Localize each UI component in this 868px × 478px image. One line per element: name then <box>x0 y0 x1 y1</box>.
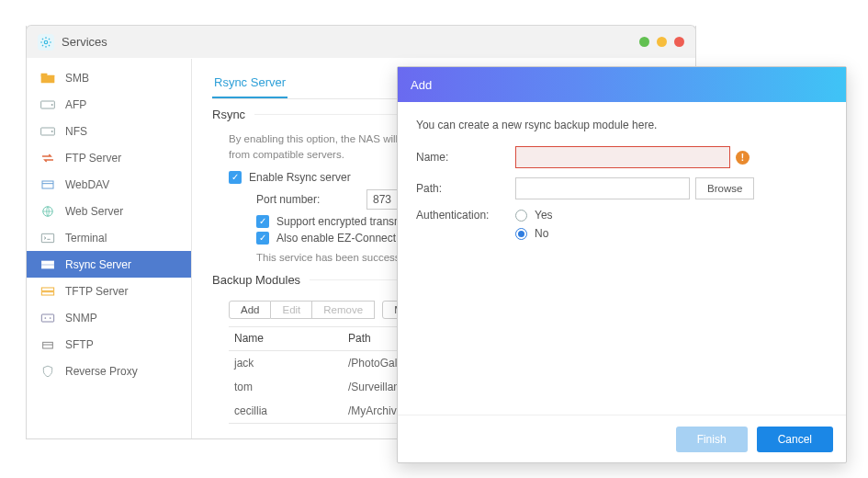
sidebar-item-nfs[interactable]: NFS <box>27 118 191 144</box>
sidebar-item-snmp[interactable]: SNMP <box>27 304 191 331</box>
window-close[interactable] <box>674 37 684 47</box>
cell-name: jack <box>229 357 348 370</box>
shield-icon <box>39 365 56 378</box>
window-controls <box>639 37 684 47</box>
svg-rect-2 <box>41 73 48 75</box>
sidebar-item-label: AFP <box>65 98 86 111</box>
sidebar-item-label: FTP Server <box>65 152 121 165</box>
sidebar-item-label: TFTP Server <box>65 285 128 298</box>
path-input[interactable] <box>515 177 690 199</box>
svg-rect-7 <box>42 181 53 188</box>
sidebar-item-label: Rsync Server <box>65 258 131 271</box>
svg-point-16 <box>44 317 46 319</box>
sidebar-item-rsync[interactable]: Rsync Server <box>27 251 191 278</box>
edit-button: Edit <box>271 301 312 319</box>
svg-point-4 <box>51 104 53 106</box>
sidebar-item-webdav[interactable]: WebDAV <box>27 171 191 198</box>
auth-yes-label: Yes <box>535 209 553 222</box>
terminal-icon <box>39 232 56 245</box>
svg-rect-11 <box>41 261 53 264</box>
drive-icon <box>39 125 56 138</box>
browse-button[interactable]: Browse <box>695 177 754 199</box>
dialog-title[interactable]: Add <box>398 67 846 102</box>
port-label: Port number: <box>256 193 366 206</box>
svg-point-17 <box>50 317 51 319</box>
sidebar-item-sftp[interactable]: SFTP <box>27 331 191 358</box>
svg-rect-15 <box>41 314 53 322</box>
sftp-icon <box>39 338 56 351</box>
cell-name: tom <box>229 381 348 393</box>
checkbox-checked-icon[interactable]: ✓ <box>256 232 269 245</box>
svg-rect-10 <box>41 233 53 242</box>
dialog-footer: Finish Cancel <box>398 415 846 462</box>
enable-rsync-label: Enable Rsync server <box>249 171 351 184</box>
drive-icon <box>39 98 56 111</box>
sidebar-item-terminal[interactable]: Terminal <box>27 224 191 251</box>
sidebar-item-ftp[interactable]: FTP Server <box>27 144 191 171</box>
dialog-body: You can create a new rsync backup module… <box>398 102 846 415</box>
remove-button: Remove <box>312 301 375 319</box>
webdav-icon <box>39 178 56 191</box>
svg-rect-14 <box>41 291 53 294</box>
checkbox-checked-icon[interactable]: ✓ <box>229 171 242 184</box>
cancel-button[interactable]: Cancel <box>757 427 833 452</box>
transfer-icon <box>39 152 56 165</box>
tftp-icon <box>39 285 56 298</box>
svg-point-0 <box>44 40 48 44</box>
error-icon: ! <box>736 151 750 165</box>
name-input[interactable] <box>515 146 730 168</box>
radio-unchecked-icon <box>515 210 527 222</box>
auth-no-label: No <box>535 227 548 240</box>
sidebar-item-label: WebDAV <box>65 178 109 191</box>
window-maximize[interactable] <box>657 37 667 47</box>
sidebar-item-webserver[interactable]: Web Server <box>27 198 191 224</box>
rsync-group-title: Rsync <box>212 108 254 121</box>
sidebar-item-label: Terminal <box>65 232 107 245</box>
name-label: Name: <box>416 151 515 164</box>
backup-modules-title: Backup Modules <box>212 273 310 287</box>
web-icon <box>39 205 56 218</box>
rsync-icon <box>39 258 56 271</box>
auth-yes-radio[interactable]: Yes <box>515 209 553 222</box>
sidebar-item-label: SMB <box>65 72 89 85</box>
add-module-dialog: Add You can create a new rsync backup mo… <box>397 66 847 463</box>
col-name[interactable]: Name <box>229 332 348 345</box>
titlebar[interactable]: Services <box>26 25 696 58</box>
sidebar-item-smb[interactable]: SMB <box>27 64 191 91</box>
tab-rsync-server[interactable]: Rsync Server <box>212 72 287 98</box>
dialog-description: You can create a new rsync backup module… <box>416 119 828 131</box>
svg-rect-12 <box>41 265 53 267</box>
sidebar-item-label: Web Server <box>65 205 123 218</box>
name-row: Name: ! <box>416 146 828 168</box>
radio-checked-icon <box>515 228 527 240</box>
folder-icon <box>39 72 56 85</box>
sidebar-item-label: NFS <box>65 125 87 138</box>
sidebar-item-reverseproxy[interactable]: Reverse Proxy <box>27 358 191 384</box>
finish-button[interactable]: Finish <box>676 427 748 452</box>
sidebar-item-afp[interactable]: AFP <box>27 91 191 118</box>
cell-name: cecillia <box>229 404 348 417</box>
path-label: Path: <box>416 182 515 195</box>
services-app-icon <box>38 34 54 51</box>
svg-rect-18 <box>43 342 53 348</box>
svg-point-6 <box>51 131 53 132</box>
add-button[interactable]: Add <box>229 301 271 319</box>
path-row: Path: Browse <box>416 177 828 199</box>
checkbox-checked-icon[interactable]: ✓ <box>256 215 269 228</box>
svg-rect-13 <box>41 288 53 290</box>
auth-radio-group: Yes No <box>515 209 553 240</box>
snmp-icon <box>39 312 56 324</box>
auth-row: Authentication: Yes No <box>416 209 828 240</box>
sidebar-item-label: Reverse Proxy <box>65 365 138 378</box>
auth-no-radio[interactable]: No <box>515 227 553 240</box>
sidebar-item-label: SFTP <box>65 338 94 351</box>
window-minimize[interactable] <box>639 37 649 47</box>
sidebar-item-label: SNMP <box>65 312 97 324</box>
port-value: 873 <box>373 193 391 206</box>
window-title: Services <box>62 35 107 49</box>
sidebar: SMB AFP NFS FTP Server WebDAV Web Server <box>27 59 192 438</box>
sidebar-item-tftp[interactable]: TFTP Server <box>27 278 191 304</box>
auth-label: Authentication: <box>416 209 515 222</box>
